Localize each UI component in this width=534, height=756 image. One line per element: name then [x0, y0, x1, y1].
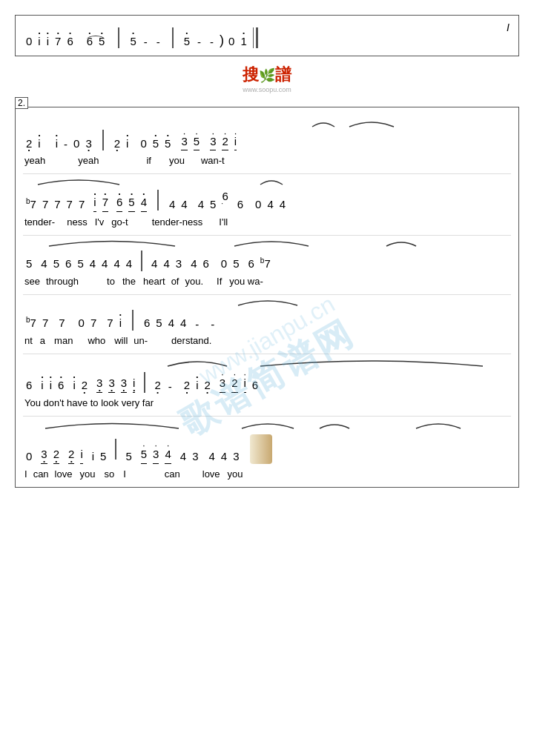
lyric-nt: nt [24, 335, 33, 346]
note-2b-r5: 2 [184, 378, 190, 393]
music-row-5: 6 i i 6 i 2 [23, 354, 511, 411]
dash-2a: - [197, 36, 201, 48]
music-row-2: b7 7 7 7 7 i [23, 173, 511, 231]
note-5-r2: 5 [128, 195, 134, 212]
note-line-r5: 6 i i 6 i 2 [23, 369, 511, 396]
note-7a-r4: 7 [42, 316, 48, 331]
slur-svg-5 [23, 354, 511, 371]
note-7d-r4: 7 [107, 316, 113, 331]
logo-leaf: 🌿 [259, 68, 275, 83]
note-2-r5h: 2· [231, 376, 237, 393]
note-5-r3d: 5 [233, 256, 239, 271]
note-6dot-r2: 6 · [222, 189, 228, 212]
lyric-want: wan-t [201, 155, 225, 166]
note-4-r6a: 4· [165, 447, 171, 464]
note-3-r6a: 3 [41, 447, 47, 464]
note-0-r4: 0 [79, 316, 85, 331]
dash-r5: - [168, 380, 172, 393]
lyric-the: the [122, 276, 136, 287]
lyric-derstand: derstand. [171, 335, 211, 346]
page-edge [250, 434, 272, 464]
lyric-who: who [88, 335, 105, 346]
note-4-r3c: 4 [102, 256, 108, 271]
note-6-r5b: 6 [58, 378, 64, 393]
lyric-ill: I'll [219, 216, 228, 228]
note-0: 0 [26, 34, 32, 49]
lyric-man: man [54, 335, 73, 346]
note-7c-r4: 7 [90, 316, 96, 331]
note-3-r1b: 3· [181, 134, 187, 151]
note-i-r5e: i [196, 378, 198, 393]
note-5-r6: 5 [100, 449, 106, 464]
note-1-r5h: i· [244, 376, 246, 393]
slur-65: 6 5 [84, 34, 108, 49]
note-5-r3a: 5 [26, 256, 32, 271]
note-6-r3: 6 [65, 256, 71, 271]
bar-r2 [157, 190, 159, 210]
lyric-will: will [114, 335, 128, 346]
note-1: 1 [240, 34, 246, 49]
bar-r1 [102, 130, 104, 150]
note-i-r1a: i [38, 136, 40, 151]
bar-r4 [132, 310, 134, 331]
note-6b: 6 [87, 34, 93, 49]
note-i-r5c: i [73, 378, 75, 393]
note-i7-r2: i [93, 195, 96, 212]
note-4-r3h: 4 [191, 256, 197, 271]
note-7a-r2: 7 [42, 197, 48, 212]
lyric-I2: I [123, 468, 126, 480]
lyric-un: un- [134, 335, 148, 346]
note-i-r1b: i [56, 136, 58, 151]
note-5-r6b: 5 [125, 449, 131, 464]
note-0-r1: 0 [73, 136, 79, 151]
note-4-r3f: 4 [151, 256, 157, 271]
note-3-r1c: 3· [210, 134, 216, 151]
music-row-3: 5 4 5 6 5 4 4 [23, 235, 511, 290]
lyric-see: see [24, 276, 40, 287]
bar-thin [253, 27, 254, 48]
dash-r1: - [64, 138, 67, 150]
note-3a-r5: 3 [96, 376, 102, 393]
note-7b-r4: 7 [59, 316, 65, 331]
note-1-r1: i· [234, 134, 237, 151]
lyric-love: love [55, 468, 73, 480]
lyric-I: I [24, 468, 27, 480]
lyric-can: can [33, 468, 49, 480]
note-4a-r2: 4 [169, 197, 175, 212]
note-3-r6b: 3· [153, 447, 159, 464]
lyric-a: a [40, 335, 45, 346]
lyric-of: of [171, 276, 179, 287]
note-i-r5a: i [41, 378, 43, 393]
dash-2b: - [210, 36, 214, 48]
note-7: 7 [55, 34, 61, 49]
lyric-iv: I'v [95, 216, 105, 228]
note-4-r2: 4 [141, 195, 147, 212]
lyric-you-dot: you. [185, 276, 203, 287]
lyric-if: If [217, 276, 222, 287]
dash-1a: - [144, 36, 148, 48]
note-7b-r2: 7 [54, 197, 60, 212]
lyric-love2: love [202, 468, 220, 480]
note-b7-r3: b7 [260, 256, 271, 271]
note-4-r3d: 4 [113, 256, 119, 271]
note-2d-r5: 2 [82, 378, 88, 393]
lyrics-r4: nt a man who will un- derstand. [23, 334, 511, 349]
note-2-r6b: 2 [68, 447, 74, 464]
lyrics-r3: see through to the heart of you. If you … [23, 274, 511, 290]
note-7d-r2: 7 [79, 197, 85, 212]
note-5-r1c: 5· [194, 134, 200, 151]
note-4b-r4: 4 [180, 316, 186, 331]
note-i1: i [38, 34, 40, 49]
note-2-r1c: 2· [222, 134, 228, 151]
lyric-you3: you [228, 468, 243, 480]
note-4a-r4: 4 [168, 316, 174, 331]
lyric-can2: can [165, 468, 180, 480]
note-line-1: 0 i i 7 6 6 [23, 21, 511, 51]
bar-r6 [115, 439, 116, 460]
note-5b: 5 [130, 34, 136, 49]
note-6-r5h: 6 [252, 378, 258, 393]
note-4-r3e: 4 [126, 256, 132, 271]
lyrics-r6: I can love you so I can love you [23, 467, 511, 483]
note-4-r3g: 4 [163, 256, 169, 271]
note-4c-r2: 4 [198, 197, 204, 212]
